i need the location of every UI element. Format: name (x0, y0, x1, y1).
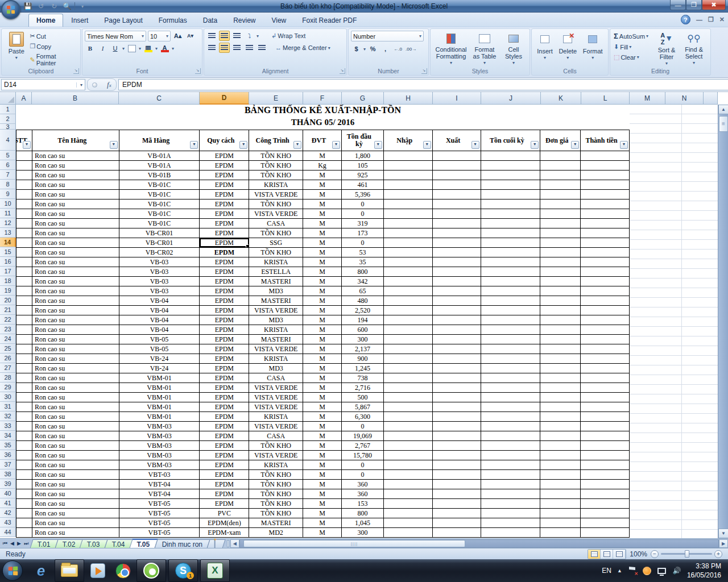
cell[interactable]: EPDM (200, 412, 249, 421)
cell[interactable] (581, 509, 629, 518)
cell[interactable]: VISTA VERDE (249, 344, 303, 354)
column-header-C[interactable]: C (119, 92, 200, 105)
zoom-in-icon[interactable]: + (714, 550, 722, 558)
cell[interactable] (481, 286, 541, 296)
cell[interactable] (581, 344, 629, 354)
cell[interactable]: VB-24 (119, 354, 200, 363)
cell[interactable] (481, 306, 541, 315)
cell[interactable]: VB-01A (119, 161, 200, 170)
cell[interactable] (581, 180, 629, 189)
row-header-35[interactable]: 35 (0, 440, 16, 450)
row-header-32[interactable]: 32 (0, 411, 16, 421)
cell[interactable]: 173 (342, 228, 384, 238)
cell[interactable]: VISTA VERDE (249, 422, 303, 431)
close-button[interactable]: ✖ (702, 0, 726, 10)
row-header-4[interactable]: 4 (0, 130, 16, 151)
taskbar-button-skype[interactable]: S1 (168, 559, 198, 582)
cell[interactable] (581, 161, 629, 170)
cell[interactable]: VISTA VERDE (249, 190, 303, 199)
cell[interactable] (540, 364, 581, 373)
cell[interactable] (540, 151, 581, 160)
cell[interactable]: Ron cao su (32, 412, 119, 421)
cell[interactable] (581, 451, 629, 460)
cell[interactable] (540, 402, 581, 411)
wrap-text-button[interactable]: ↲Wrap Text (270, 32, 307, 40)
cell[interactable]: EPDM(den) (200, 518, 249, 527)
cell[interactable]: Ron cao su (32, 499, 119, 508)
cell[interactable]: Ron cao su (32, 180, 119, 189)
cell[interactable] (384, 161, 433, 170)
cell[interactable]: M (303, 470, 342, 479)
cell[interactable]: 900 (342, 354, 384, 363)
prev-sheet-icon[interactable]: ◀ (9, 541, 15, 546)
ribbon-tab-page-layout[interactable]: Page Layout (96, 14, 150, 27)
cell[interactable]: Ron cao su (32, 480, 119, 489)
percent-style-icon[interactable]: % (367, 44, 378, 54)
cell[interactable]: VBT-05 (119, 499, 200, 508)
cell[interactable]: M (303, 451, 342, 460)
align-right-icon[interactable] (231, 43, 242, 53)
cell[interactable] (540, 267, 581, 276)
sheet-tab-t02[interactable]: T.02 (55, 539, 83, 548)
cell[interactable] (433, 393, 481, 402)
filter-dropdown-icon[interactable]: ▼ (471, 141, 479, 149)
cell[interactable] (481, 518, 541, 527)
scroll-left-icon[interactable]: ◀ (230, 539, 239, 548)
cell[interactable] (540, 219, 581, 228)
name-box[interactable]: D14▾ (1, 79, 85, 90)
cell[interactable] (16, 248, 32, 257)
sheet-tab-t04[interactable]: T.04 (105, 539, 133, 548)
cell[interactable]: 480 (342, 296, 384, 305)
cell[interactable]: VBM-01 (119, 412, 200, 421)
cell[interactable] (433, 422, 481, 431)
cell[interactable] (433, 441, 481, 450)
cell[interactable]: VBM-03 (119, 451, 200, 460)
insert-worksheet-tab[interactable] (206, 539, 225, 548)
conditional-formatting-button[interactable]: Conditional Formatting▾ (433, 31, 469, 67)
cell[interactable] (540, 344, 581, 354)
cell[interactable] (433, 354, 481, 363)
cell[interactable] (540, 228, 581, 238)
cell[interactable] (540, 480, 581, 489)
cell[interactable] (16, 412, 32, 421)
cell[interactable] (581, 190, 629, 199)
fill-button[interactable]: ⬇Fill▾ (613, 43, 650, 51)
cell[interactable]: Ron cao su (32, 296, 119, 305)
font-dialog-launcher-icon[interactable]: ↘ (195, 68, 201, 74)
cell[interactable]: 0 (342, 209, 384, 218)
row-header-38[interactable]: 38 (0, 469, 16, 479)
row-header-6[interactable]: 6 (0, 160, 16, 170)
filter-dropdown-icon[interactable]: ▼ (531, 141, 539, 149)
cell[interactable]: VBM-01 (119, 402, 200, 411)
cell[interactable] (581, 267, 629, 276)
cell[interactable]: VB-05 (119, 335, 200, 344)
cell[interactable]: VB-01C (119, 199, 200, 209)
cell[interactable]: M (303, 151, 342, 160)
first-sheet-icon[interactable]: ⏮ (2, 541, 9, 547)
taskbar-button-chrome[interactable] (110, 559, 135, 582)
cell[interactable] (540, 190, 581, 199)
cell[interactable] (581, 296, 629, 305)
cell[interactable]: Ron cao su (32, 228, 119, 238)
cell[interactable]: M (303, 296, 342, 305)
cell[interactable]: M (303, 171, 342, 180)
cell[interactable] (540, 383, 581, 392)
cell[interactable]: Ron cao su (32, 325, 119, 334)
cell[interactable]: EPDM (200, 315, 249, 325)
cell[interactable]: VB-01A (119, 151, 200, 160)
format-painter-button[interactable]: ✎Format Painter (28, 52, 78, 67)
row-header-24[interactable]: 24 (0, 334, 16, 344)
scroll-right-icon[interactable]: ▶ (719, 539, 728, 548)
accounting-format-icon[interactable]: $ (351, 44, 362, 54)
cell[interactable]: EPDM (200, 199, 249, 209)
cell[interactable] (16, 364, 32, 373)
cell[interactable] (581, 354, 629, 363)
cell[interactable]: M (303, 306, 342, 315)
row-header-16[interactable]: 16 (0, 257, 16, 267)
column-header-N[interactable]: N (665, 92, 704, 105)
column-header-K[interactable]: K (541, 92, 581, 105)
cell[interactable]: Ron cao su (32, 151, 119, 160)
cell[interactable]: M (303, 480, 342, 489)
cell[interactable] (16, 277, 32, 286)
cell[interactable] (581, 393, 629, 402)
